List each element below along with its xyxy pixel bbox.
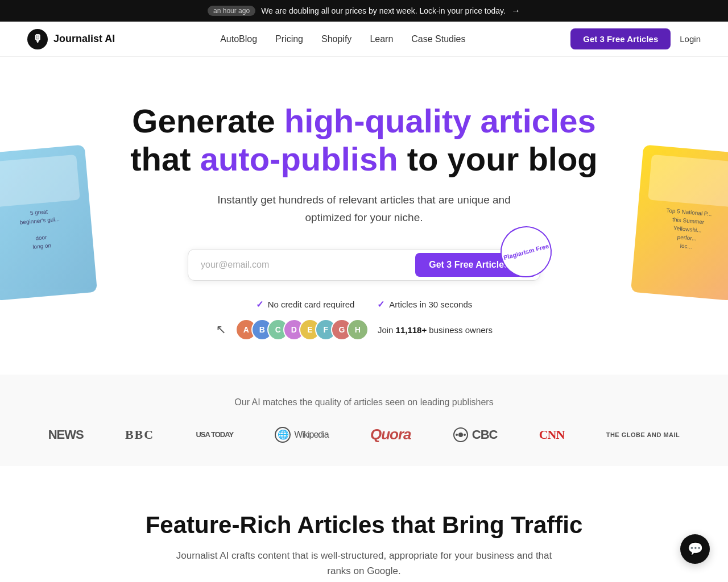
nav-link-autoblog[interactable]: AutoBlog (220, 34, 257, 44)
headline-part1: Generate (132, 102, 284, 139)
trust-label-2: Articles in 30 seconds (389, 300, 472, 309)
headline-part3: to your blog (398, 140, 598, 177)
nav-logo[interactable]: 🎙 Journalist AI (27, 29, 115, 49)
cbc-icon (453, 427, 469, 443)
email-input[interactable] (192, 253, 412, 277)
announcement-bar: an hour ago We are doubling all our pric… (0, 0, 728, 22)
svg-point-2 (456, 434, 458, 436)
pub-logo-quora: Quora (361, 426, 420, 443)
nav-cta-button[interactable]: Get 3 Free Articles (570, 28, 671, 49)
logo-text: Journalist AI (53, 33, 115, 45)
social-proof-suffix: business owners (427, 325, 493, 335)
email-form: Get 3 Free Articles → (188, 249, 540, 281)
headline-highlight2: auto-publish (200, 140, 398, 177)
trust-item-no-card: ✓ No credit card required (256, 299, 355, 310)
hero-card-right: Top 5 National P...this SummerYellowshi.… (631, 144, 728, 301)
navbar: 🎙 Journalist AI AutoBlog Pricing Shopify… (0, 22, 728, 57)
social-proof: ↗ A B C D E F G H Join 11,118+ business … (18, 319, 710, 340)
avatar-8: H (347, 319, 369, 340)
trust-row: ✓ No credit card required ✓ Articles in … (18, 299, 710, 310)
announcement-message: We are doubling all our prices by next w… (261, 6, 506, 15)
social-proof-count: 11,118+ (396, 325, 427, 335)
svg-point-3 (464, 434, 466, 436)
check-icon-2: ✓ (377, 299, 384, 310)
pub-logo-news: NEWS (39, 427, 93, 442)
logo-icon: 🎙 (27, 29, 48, 49)
social-proof-text: Join 11,118+ business owners (378, 325, 493, 335)
pub-logo-usa: USA TODAY (187, 430, 242, 439)
chat-bubble-button[interactable]: 💬 (680, 534, 710, 564)
headline-part2: that (130, 140, 200, 177)
chat-icon: 💬 (688, 542, 703, 556)
nav-login-button[interactable]: Login (680, 34, 701, 44)
pub-logo-cnn: CNN (530, 427, 574, 442)
nav-link-learn[interactable]: Learn (370, 34, 393, 44)
publishers-logos: NEWS BBC USA TODAY 🌐 Wikipedia Quora CBC… (27, 426, 701, 443)
join-text: Join (378, 325, 396, 335)
announcement-arrow[interactable]: → (511, 6, 520, 16)
nav-link-pricing[interactable]: Pricing (275, 34, 303, 44)
publishers-section: Our AI matches the quality of articles s… (0, 375, 728, 466)
nav-links: AutoBlog Pricing Shopify Learn Case Stud… (220, 34, 465, 44)
nav-link-case-studies[interactable]: Case Studies (411, 34, 465, 44)
hero-section: 5 greatbeginner's gui...doorlong on Top … (0, 57, 728, 375)
pub-logo-cbc: CBC (444, 427, 507, 443)
trust-item-articles: ✓ Articles in 30 seconds (377, 299, 472, 310)
avatars-group: A B C D E F G H (235, 319, 369, 340)
pub-logo-wikipedia: 🌐 Wikipedia (266, 427, 337, 443)
features-heading: Feature-Rich Articles that Bring Traffic (27, 512, 701, 539)
arrow-curve-icon: ↗ (216, 322, 226, 337)
nav-actions: Get 3 Free Articles Login (570, 28, 701, 49)
check-icon-1: ✓ (256, 299, 263, 310)
headline-highlight1: high-quality articles (284, 102, 596, 139)
hero-card-left: 5 greatbeginner's gui...doorlong on (0, 144, 97, 301)
wiki-globe-icon: 🌐 (275, 427, 291, 443)
nav-link-shopify[interactable]: Shopify (321, 34, 351, 44)
pub-logo-bbc: BBC (116, 427, 163, 442)
email-form-wrapper: Plagiarism Free Get 3 Free Articles → (188, 249, 540, 281)
announcement-badge: an hour ago (208, 6, 255, 16)
hero-subtext: Instantly get hundreds of relevant artic… (193, 192, 535, 226)
pub-logo-globe: THE GLOBE AND MAIL (597, 431, 689, 438)
svg-point-1 (458, 433, 463, 437)
trust-label-1: No credit card required (268, 300, 355, 309)
publishers-label: Our AI matches the quality of articles s… (27, 397, 701, 408)
features-subtext: Journalist AI crafts content that is wel… (165, 548, 563, 579)
features-section: Feature-Rich Articles that Bring Traffic… (0, 466, 728, 582)
hero-headline: Generate high-quality articles that auto… (108, 102, 620, 178)
